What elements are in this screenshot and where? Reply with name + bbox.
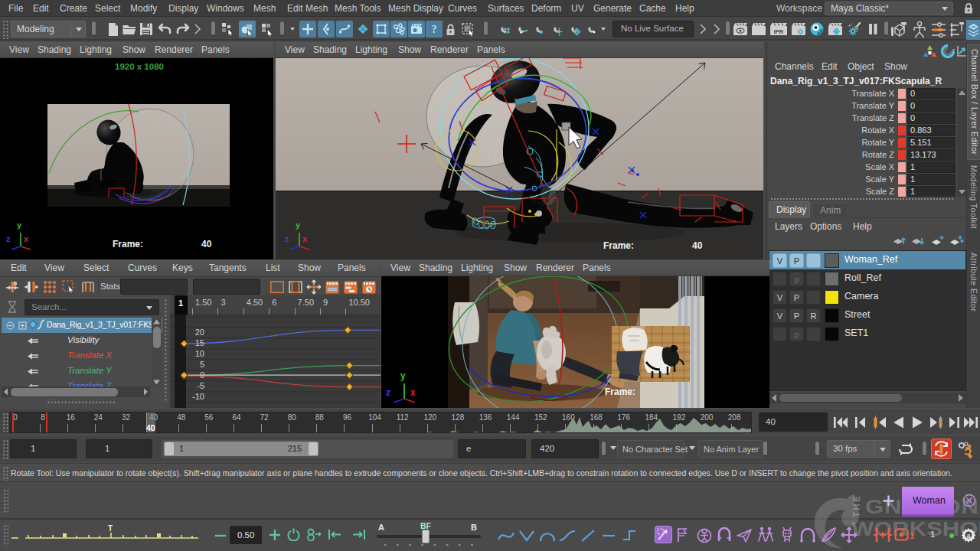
- main-menu-modify[interactable]: Modify: [130, 0, 157, 17]
- tangent-clamped-icon[interactable]: [538, 527, 557, 545]
- camera-menu-show[interactable]: Show: [504, 260, 527, 276]
- toolbar-divider[interactable]: [92, 21, 96, 35]
- sidebar-tab-attribute-editor[interactable]: Attribute Editor: [967, 248, 980, 332]
- camera-menu-lighting[interactable]: Lighting: [461, 260, 493, 276]
- channelbox-object-name[interactable]: Dana_Rig_v1_3_TJ_v017:FKScapula_R: [770, 76, 962, 86]
- persp-menu-lighting[interactable]: Lighting: [355, 42, 387, 58]
- ge-lattice-deform-keys-tool[interactable]: [41, 279, 58, 295]
- anim-start-field[interactable]: 1: [86, 439, 152, 458]
- graph-editor-menu-keys[interactable]: Keys: [172, 260, 193, 276]
- picker-walk-cycle-icon[interactable]: [756, 526, 776, 544]
- layer-editor-menu-layers[interactable]: Layers: [775, 219, 802, 235]
- range-divider[interactable]: [763, 442, 767, 455]
- collapse-icon[interactable]: [6, 321, 15, 330]
- layer-list-hscrollbar[interactable]: [769, 393, 966, 403]
- range-divider[interactable]: [815, 442, 819, 455]
- channelbox-menu-channels[interactable]: Channels: [775, 59, 814, 75]
- layer-move-up-icon[interactable]: [891, 233, 908, 249]
- layer-visibility-toggle[interactable]: V: [773, 308, 787, 323]
- new-empty-layer-icon[interactable]: [929, 233, 946, 249]
- channel-value-field[interactable]: 0: [907, 100, 956, 112]
- expand-arrow-icon[interactable]: [698, 21, 707, 37]
- persp-menu-shading[interactable]: Shading: [313, 42, 347, 58]
- picker-move-icon[interactable]: [840, 526, 858, 544]
- layer-row-woman-ref[interactable]: VPWoman_Ref: [769, 251, 965, 269]
- layer-reference-toggle[interactable]: [806, 272, 821, 286]
- snap-plane-icon[interactable]: [354, 21, 371, 37]
- layer-row-roll-ref[interactable]: pRoll_Ref: [769, 269, 965, 288]
- layer-playback-toggle[interactable]: P: [789, 308, 804, 323]
- picker-magnet-icon[interactable]: [715, 526, 733, 544]
- anim-layers-button[interactable]: [949, 20, 965, 40]
- camera-menu-shading[interactable]: Shading: [419, 260, 452, 276]
- playback-end-field[interactable]: e: [458, 439, 526, 458]
- step-forward-key-button[interactable]: [945, 412, 963, 432]
- viewport-shotcam-content[interactable]: 1920 x 1080 Frame: 40 y z x: [0, 58, 273, 259]
- animation-preferences-button[interactable]: [955, 439, 975, 459]
- persp-menu-view[interactable]: View: [285, 42, 305, 58]
- layer-color-swatch[interactable]: [825, 290, 839, 305]
- ge-channel-row-translate-y[interactable]: Translate Y: [2, 364, 162, 380]
- render-clapper-toggle[interactable]: [408, 21, 425, 37]
- shotcam-menu-renderer[interactable]: Renderer: [155, 42, 193, 58]
- main-menu-help[interactable]: Help: [675, 0, 694, 17]
- main-menu-mesh[interactable]: Mesh: [253, 0, 276, 17]
- inputs-operation-toggle[interactable]: [373, 21, 390, 37]
- cached-playback-icon[interactable]: [940, 44, 956, 59]
- layer-visibility-toggle[interactable]: V: [773, 290, 787, 305]
- shotcam-menu-panels[interactable]: Panels: [201, 42, 230, 58]
- expand-box-icon[interactable]: [18, 321, 27, 330]
- select-hierarchy-button[interactable]: [219, 21, 236, 37]
- mask-dropdown-arrow[interactable]: [288, 21, 299, 37]
- snap-grid-toggle[interactable]: [299, 21, 316, 37]
- anim-end-field[interactable]: 420: [531, 439, 599, 458]
- sidebar-tab-modeling-toolkit[interactable]: Modeling Toolkit: [967, 161, 980, 245]
- layer-row-street[interactable]: VPRStreet: [769, 306, 965, 324]
- open-scene-button[interactable]: [121, 21, 138, 37]
- channelbox-menu-edit[interactable]: Edit: [822, 59, 838, 75]
- current-time-field[interactable]: 40: [759, 412, 828, 432]
- step-back-key-button[interactable]: [851, 412, 870, 432]
- camera-menu-renderer[interactable]: Renderer: [536, 260, 574, 276]
- viewport-persp-content[interactable]: Frame: 40 y z x: [276, 58, 763, 259]
- toolbar-divider[interactable]: [211, 21, 215, 35]
- main-menu-mesh-tools[interactable]: Mesh Tools: [335, 0, 381, 17]
- main-menu-deform[interactable]: Deform: [531, 0, 561, 17]
- shotcam-menu-view[interactable]: View: [9, 42, 29, 58]
- graph-editor-menu-tangents[interactable]: Tangents: [209, 260, 247, 276]
- ge-dopesheet-button[interactable]: [342, 279, 359, 295]
- snap-magnet-grid-icon[interactable]: [495, 21, 512, 37]
- tangent-auto-icon[interactable]: [518, 527, 536, 545]
- new-scene-button[interactable]: [104, 21, 121, 37]
- ui-lock-icon[interactable]: [960, 0, 977, 17]
- snap-magnet-icon[interactable]: [583, 21, 599, 37]
- ge-keyframe[interactable]: [346, 372, 353, 379]
- help-display-toggle[interactable]: ?: [426, 21, 443, 37]
- tangent-flat-icon[interactable]: [599, 527, 618, 545]
- layer-playback-toggle[interactable]: P: [789, 253, 804, 268]
- persp-menu-panels[interactable]: Panels: [477, 42, 505, 58]
- layer-color-swatch[interactable]: [825, 327, 839, 341]
- ge-stats-field-1[interactable]: [120, 279, 188, 295]
- time-slider[interactable]: 0816243240485664728088961041121201281361…: [9, 412, 752, 433]
- undo-button[interactable]: [156, 21, 173, 37]
- graph-editor-menu-curves[interactable]: Curves: [128, 260, 157, 276]
- layer-playback-toggle[interactable]: p: [789, 327, 804, 341]
- shotcam-menu-show[interactable]: Show: [122, 42, 145, 58]
- channel-value-field[interactable]: 0: [907, 112, 956, 124]
- layer-color-swatch[interactable]: [825, 253, 839, 268]
- ge-center-current-time-button[interactable]: [305, 279, 322, 295]
- ge-tree-root-row[interactable]: Dana_Rig_v1_3_TJ_v017:FKSc: [2, 318, 162, 333]
- layer-editor-menu-help[interactable]: Help: [853, 219, 872, 235]
- construction-history-toggle[interactable]: [390, 21, 407, 37]
- toolbar-divider[interactable]: [884, 21, 888, 35]
- snap-magnet-projected-icon[interactable]: [548, 21, 565, 37]
- ge-keyframe[interactable]: [346, 383, 353, 390]
- render-ball-icon[interactable]: [808, 21, 825, 37]
- main-menu-windows[interactable]: Windows: [207, 0, 244, 17]
- ge-stats-field-2[interactable]: [193, 279, 260, 295]
- graph-editor-menu-select[interactable]: Select: [83, 260, 109, 276]
- snap-magnet-point-icon[interactable]: [531, 21, 547, 37]
- ge-tree-hscrollbar[interactable]: [2, 386, 150, 397]
- ge-filter-icon[interactable]: [3, 299, 21, 315]
